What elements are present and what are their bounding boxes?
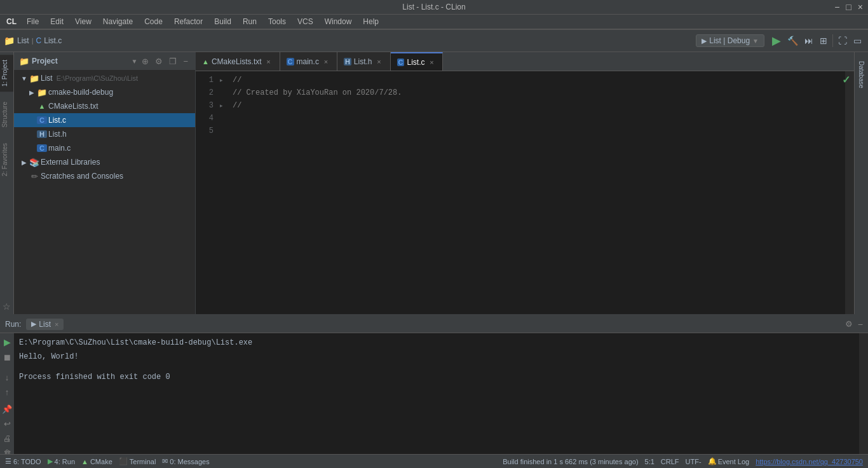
tab-mainc-icon: C	[287, 58, 294, 65]
menu-run[interactable]: Run	[238, 16, 262, 27]
close-button[interactable]: ×	[858, 2, 863, 12]
panel-close-button[interactable]: −	[858, 319, 863, 329]
tab-listh[interactable]: H List.h ×	[337, 52, 391, 71]
editor-scrollbar[interactable]	[845, 71, 854, 314]
tab-cmake-close[interactable]: ×	[264, 57, 273, 66]
tree-item-listh[interactable]: H List.h	[14, 127, 195, 141]
tab-listc[interactable]: C List.c ×	[391, 52, 444, 71]
tab-listh-close[interactable]: ×	[375, 57, 384, 66]
external-libs-label: External Libraries	[41, 158, 100, 167]
code-editor[interactable]: // // Created by XiaYouRan on 2020/7/28.…	[227, 71, 845, 314]
split-button[interactable]: ▭	[851, 34, 864, 47]
menu-edit[interactable]: Edit	[45, 16, 69, 27]
console-hello: Hello, World!	[19, 352, 79, 361]
tab-mainc-close[interactable]: ×	[322, 57, 330, 66]
database-tab[interactable]: Database	[857, 55, 866, 95]
panel-scroll-up-button[interactable]: ↑	[4, 386, 11, 398]
status-todo[interactable]: ☰ 6: TODO	[5, 457, 41, 465]
mainc-icon: C	[37, 144, 47, 152]
window-controls: − □ ×	[834, 2, 863, 12]
todo-label: 6: TODO	[13, 458, 41, 465]
panel-settings-button[interactable]: ⚙	[845, 319, 853, 329]
sidebar-dropdown-icon[interactable]: ▼	[132, 58, 138, 65]
project-label[interactable]: List	[17, 36, 29, 45]
menu-file[interactable]: File	[22, 16, 44, 27]
debug-step-over-button[interactable]: ⏭	[802, 34, 816, 47]
tree-item-scratches[interactable]: ✏ Scratches and Consoles	[14, 169, 195, 183]
encoding[interactable]: UTF-	[686, 458, 702, 465]
tab-cmakeliststxt[interactable]: ▲ CMakeLists.txt ×	[196, 52, 280, 71]
tree-item-mainc[interactable]: C main.c	[14, 141, 195, 155]
run-tab-close[interactable]: ×	[55, 320, 58, 328]
sidebar-title: Project	[32, 57, 129, 65]
menu-tools[interactable]: Tools	[263, 16, 291, 27]
console-path: E:\Program\C\SuZhou\List\cmake-build-deb…	[19, 338, 252, 347]
run-config-selector[interactable]: ▶ List | Debug ▼	[696, 34, 764, 47]
panel-stop-button[interactable]: ⏹	[1, 351, 13, 364]
panel-print-button[interactable]: 🖨	[2, 432, 13, 444]
tree-item-list-root[interactable]: ▼ 📁 List E:\Program\C\SuZhou\List	[14, 71, 195, 85]
list-root-label: List	[41, 74, 53, 83]
panel-wrap-button[interactable]: ↩	[3, 418, 12, 430]
tree-item-cmake-build-debug[interactable]: ▶ 📁 cmake-build-debug	[14, 85, 195, 99]
run-button[interactable]: ▶	[770, 32, 783, 49]
sidebar-header: 📁 Project ▼ ⊕ ⚙ ❐ −	[14, 52, 195, 70]
breadcrumb-separator: |	[32, 37, 34, 45]
panel-run-button[interactable]: ▶	[3, 336, 12, 348]
tab-cmake-icon: ▲	[202, 58, 209, 65]
menu-window[interactable]: Window	[320, 16, 357, 27]
project-breadcrumb: 📁 List | C List.c	[4, 36, 62, 46]
menu-cl[interactable]: CL	[3, 16, 20, 27]
sidebar-settings-button[interactable]: ⚙	[153, 56, 165, 67]
list-root-icon: 📁	[29, 74, 39, 83]
tree-item-listc[interactable]: C List.c	[14, 113, 195, 127]
run-tab-icon: ▶	[31, 320, 36, 328]
sidebar-expand-button[interactable]: ❐	[167, 56, 179, 67]
status-terminal[interactable]: ⬛ Terminal	[119, 457, 156, 465]
sidebar-locate-button[interactable]: ⊕	[140, 56, 151, 67]
sidebar-collapse-button[interactable]: −	[181, 56, 190, 67]
tab-listc-close[interactable]: ×	[427, 58, 436, 67]
minimize-button[interactable]: −	[834, 2, 839, 12]
run-tab[interactable]: ▶ List ×	[26, 319, 64, 330]
menu-vcs[interactable]: VCS	[292, 16, 318, 27]
expand-button[interactable]: ⛶	[836, 34, 850, 47]
sidebar: 📁 Project ▼ ⊕ ⚙ ❐ − ▼ 📁 List E:\Program\…	[14, 52, 196, 314]
editor-content[interactable]: 1 2 3 4 5 ▸ ▸ // // Created	[196, 71, 854, 314]
toolbar: 📁 List | C List.c ▶ List | Debug ▼ ▶ 🔨 ⏭…	[0, 29, 868, 52]
coverage-button[interactable]: ⊞	[817, 34, 830, 47]
status-cmake[interactable]: ▲ CMake	[81, 458, 112, 465]
favorites-tab[interactable]: 2: Favorites	[0, 138, 13, 181]
messages-label: 0: Messages	[170, 458, 209, 465]
build-button[interactable]: 🔨	[785, 34, 801, 47]
tree-item-cmakeliststxt[interactable]: ▲ CMakeLists.txt	[14, 99, 195, 113]
todo-icon: ☰	[5, 457, 11, 465]
menu-code[interactable]: Code	[139, 16, 168, 27]
tab-mainc[interactable]: C main.c ×	[280, 52, 337, 71]
panel-pin-button[interactable]: 📌	[1, 403, 13, 415]
event-log[interactable]: 🔔 Event Log	[708, 457, 750, 465]
menu-refactor[interactable]: Refactor	[169, 16, 208, 27]
run-label: Run:	[5, 320, 21, 329]
project-tab[interactable]: 1: Project	[0, 55, 13, 92]
panel-clear-button[interactable]: 🗑	[2, 447, 13, 454]
project-file[interactable]: List.c	[44, 36, 62, 45]
menu-navigate[interactable]: Navigate	[98, 16, 138, 27]
status-run[interactable]: ▶ 4: Run	[48, 457, 75, 465]
menu-view[interactable]: View	[70, 16, 97, 27]
watermark-link[interactable]: https://blog.csdn.net/qq_42730750	[756, 458, 863, 465]
structure-tab[interactable]: Structure	[0, 97, 13, 133]
line-ending[interactable]: CRLF	[661, 458, 679, 465]
code-line-3: //	[233, 99, 840, 112]
tree-item-external-libs[interactable]: ▶ 📚 External Libraries	[14, 155, 195, 169]
panel-scroll-end-button[interactable]: ↓	[4, 371, 11, 383]
panel-scrollbar[interactable]	[859, 333, 868, 454]
messages-icon: ✉	[162, 457, 168, 465]
cursor-position[interactable]: 5:1	[645, 458, 654, 465]
menu-build[interactable]: Build	[209, 16, 236, 27]
scratches-label: Scratches and Consoles	[41, 172, 123, 181]
menu-help[interactable]: Help	[358, 16, 384, 27]
maximize-button[interactable]: □	[846, 2, 851, 12]
status-messages[interactable]: ✉ 0: Messages	[162, 457, 209, 465]
editor-tabs: ▲ CMakeLists.txt × C main.c × H List.h ×…	[196, 52, 854, 71]
